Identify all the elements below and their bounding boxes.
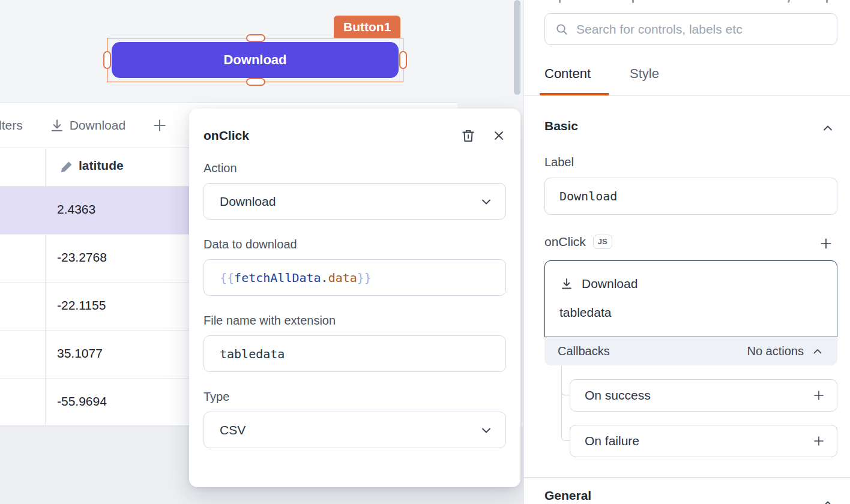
action-label: Action: [203, 161, 506, 175]
table-filters-button[interactable]: lters: [0, 118, 23, 133]
cell-value: 35.1077: [57, 346, 103, 361]
on-failure-label: On failure: [585, 434, 812, 448]
onclick-action-card[interactable]: Download tabledata: [544, 260, 837, 337]
label-field-value: Download: [559, 189, 617, 203]
code-open-brace: {{: [220, 271, 234, 285]
clipped-text-fragment: [788, 0, 791, 3]
type-select-value: CSV: [220, 423, 479, 437]
onclick-action-popover: onClick Action Download Data to download…: [189, 109, 520, 487]
tabs-divider: [524, 95, 850, 96]
callbacks-label: Callbacks: [558, 344, 747, 358]
download-icon: [49, 118, 65, 133]
on-success-card[interactable]: On success: [570, 379, 837, 412]
clipped-text-fragment: [826, 0, 828, 3]
callback-connector: [561, 365, 570, 441]
edit-column-icon: [58, 160, 74, 175]
basic-section-title: Basic: [544, 119, 578, 133]
search-input[interactable]: [576, 22, 827, 37]
action-select[interactable]: Download: [203, 183, 506, 220]
action-card-action: Download: [582, 277, 638, 291]
on-success-label: On success: [585, 388, 812, 403]
file-name-input[interactable]: tabledata: [203, 335, 506, 372]
canvas-scrollbar-thumb[interactable]: [514, 0, 520, 95]
type-select[interactable]: CSV: [203, 412, 506, 448]
clipped-text-fragment: [632, 0, 634, 3]
tab-style[interactable]: Style: [630, 66, 659, 82]
file-name-value: tabledata: [220, 347, 493, 361]
data-to-download-input[interactable]: {{fetchAllData.data}}: [203, 259, 506, 296]
add-action-plus-icon[interactable]: [818, 236, 834, 251]
callbacks-bar[interactable]: Callbacks No actions: [544, 337, 837, 365]
resize-handle-left[interactable]: [103, 51, 111, 69]
chevron-up-icon[interactable]: [821, 121, 835, 136]
property-pane: Content Style Basic Label Download onCli…: [523, 0, 850, 504]
add-row-icon[interactable]: [151, 116, 169, 134]
resize-handle-bottom[interactable]: [246, 78, 265, 86]
add-success-action-plus-icon[interactable]: [812, 388, 826, 403]
label-field[interactable]: Download: [544, 178, 837, 215]
search-box[interactable]: [544, 13, 837, 45]
cell-value: -23.2768: [57, 250, 107, 265]
table-download-button[interactable]: Download: [70, 118, 125, 133]
general-section-title: General: [544, 488, 591, 503]
widget-name-tag[interactable]: Button1: [334, 16, 400, 38]
download-button-widget[interactable]: Download: [112, 42, 399, 78]
js-toggle-badge[interactable]: JS: [593, 235, 612, 249]
resize-handle-top[interactable]: [246, 34, 265, 42]
section-divider: [524, 477, 850, 478]
search-icon: [555, 22, 569, 37]
tab-content[interactable]: Content: [544, 66, 591, 82]
action-select-value: Download: [220, 194, 479, 209]
chevron-up-icon[interactable]: [821, 497, 835, 504]
popover-title: onClick: [203, 128, 445, 143]
add-failure-action-plus-icon[interactable]: [812, 434, 826, 448]
data-to-download-label: Data to download: [203, 238, 506, 251]
code-identifier: fetchAllData: [234, 271, 321, 285]
chevron-up-icon: [811, 345, 824, 358]
resize-handle-right[interactable]: [399, 51, 407, 69]
label-field-label: Label: [544, 155, 574, 169]
action-card-name: tabledata: [559, 305, 611, 320]
onclick-property-label: onClick: [544, 235, 586, 249]
chevron-down-icon: [479, 194, 493, 209]
code-close-brace: }}: [357, 271, 372, 285]
close-icon[interactable]: [492, 128, 506, 143]
chevron-down-icon: [479, 423, 493, 437]
code-property: data: [328, 271, 357, 285]
type-label: Type: [203, 390, 506, 404]
on-failure-card[interactable]: On failure: [570, 425, 837, 457]
column-header-latitude: latitude: [79, 158, 124, 173]
file-name-label: File name with extension: [203, 314, 506, 328]
cell-value: -55.9694: [57, 394, 107, 409]
cell-value: -22.1155: [57, 298, 106, 313]
clipped-text-fragment: [559, 0, 561, 3]
cell-value: 2.4363: [57, 202, 95, 217]
code-dot: .: [321, 271, 328, 285]
trash-icon[interactable]: [460, 128, 476, 143]
callbacks-status: No actions: [747, 344, 804, 358]
download-icon: [559, 277, 574, 291]
